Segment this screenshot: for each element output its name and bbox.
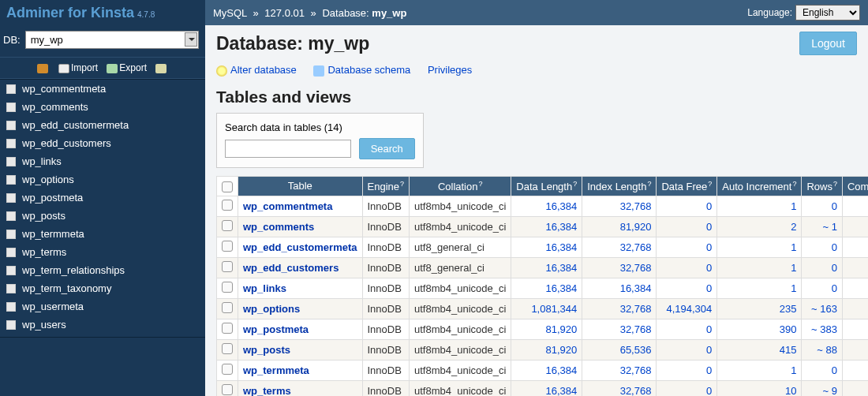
table-icon	[6, 103, 16, 112]
cell-data-free: 0	[657, 319, 717, 339]
table-icon	[6, 175, 16, 185]
cell-engine: InnoDB	[362, 216, 410, 237]
sidebar-table-link[interactable]: wp_options	[22, 174, 74, 185]
import-link[interactable]: Import	[58, 62, 98, 73]
checkbox-icon	[222, 181, 233, 192]
row-select[interactable]	[217, 257, 238, 278]
row-select[interactable]	[217, 216, 238, 237]
search-panel: Search data in tables (14) Search	[216, 113, 424, 168]
sidebar-table-link[interactable]: wp_comments	[22, 101, 88, 113]
sidebar-table-item: wp_term_relationships	[0, 261, 205, 279]
cell-table: wp_comments	[238, 216, 363, 237]
cell-engine: InnoDB	[362, 339, 410, 360]
cell-collation: utf8_general_ci	[410, 257, 511, 278]
col-data-free[interactable]: Data Free?	[657, 176, 717, 196]
cell-data-length: 81,920	[511, 339, 582, 360]
row-select[interactable]	[217, 298, 238, 319]
search-button[interactable]: Search	[359, 138, 415, 159]
cell-auto-increment: 2	[717, 216, 802, 237]
table-link[interactable]: wp_edd_customers	[243, 262, 339, 274]
breadcrumb-engine[interactable]: MySQL	[213, 7, 247, 19]
table-row: wp_edd_customermetaInnoDButf8_general_ci…	[217, 237, 869, 257]
table-icon	[6, 248, 16, 257]
sidebar-table-item: wp_commentmeta	[0, 80, 205, 98]
row-select[interactable]	[217, 319, 238, 339]
sidebar-tools: Import Export	[0, 57, 205, 79]
col-data-length[interactable]: Data Length?	[511, 176, 582, 196]
cell-auto-increment: 1	[717, 196, 802, 216]
cell-collation: utf8mb4_unicode_ci	[410, 360, 511, 380]
col-engine[interactable]: Engine?	[362, 176, 410, 196]
row-select[interactable]	[217, 237, 238, 257]
cell-auto-increment: 415	[717, 339, 802, 360]
table-link[interactable]: wp_posts	[243, 344, 290, 356]
db-select-value: my_wp	[25, 31, 199, 49]
cell-data-length: 1,081,344	[511, 298, 582, 319]
row-select[interactable]	[217, 339, 238, 360]
col-table[interactable]: Table	[238, 176, 363, 196]
cell-data-free: 0	[657, 380, 717, 396]
col-rows[interactable]: Rows?	[802, 176, 843, 196]
alter-database-link[interactable]: Alter database	[216, 64, 297, 76]
table-link[interactable]: wp_terms	[243, 385, 291, 396]
language-selector: Language: English	[747, 5, 860, 21]
table-link[interactable]: wp_commentmeta	[243, 200, 332, 212]
logout-button[interactable]: Logout	[799, 32, 857, 55]
table-link[interactable]: wp_links	[243, 282, 286, 294]
sidebar-table-link[interactable]: wp_edd_customers	[22, 137, 111, 149]
db-select[interactable]: my_wp	[25, 31, 199, 49]
table-link[interactable]: wp_comments	[243, 221, 314, 233]
row-select[interactable]	[217, 380, 238, 396]
sidebar-table-link[interactable]: wp_usermeta	[22, 301, 84, 312]
cell-index-length: 32,768	[582, 319, 657, 339]
cell-data-free: 0	[657, 278, 717, 298]
select-all-header[interactable]	[217, 176, 238, 196]
col-auto-increment[interactable]: Auto Increment?	[717, 176, 802, 196]
table-link[interactable]: wp_termmeta	[243, 364, 309, 376]
cell-comment	[842, 360, 868, 380]
page-actions: Alter database Database schema Privilege…	[216, 64, 857, 77]
privileges-link[interactable]: Privileges	[428, 64, 472, 76]
row-select[interactable]	[217, 196, 238, 216]
database-schema-link[interactable]: Database schema	[313, 64, 410, 76]
sidebar-table-link[interactable]: wp_term_relationships	[22, 264, 125, 276]
create-link[interactable]	[155, 62, 168, 73]
table-row: wp_edd_customersInnoDButf8_general_ci16,…	[217, 257, 869, 278]
sidebar-table-link[interactable]: wp_termmeta	[22, 228, 84, 240]
sidebar-table-link[interactable]: wp_posts	[22, 210, 65, 222]
col-index-length[interactable]: Index Length?	[582, 176, 657, 196]
sql-link[interactable]	[37, 62, 50, 73]
tables-grid: Table Engine? Collation? Data Length? In…	[216, 176, 868, 396]
col-collation[interactable]: Collation?	[410, 176, 511, 196]
import-icon	[58, 64, 69, 73]
table-icon	[6, 157, 16, 166]
sidebar-table-link[interactable]: wp_commentmeta	[22, 83, 106, 95]
row-select[interactable]	[217, 278, 238, 298]
search-input[interactable]	[225, 140, 351, 158]
logo-name: Adminer for Kinsta	[6, 5, 134, 21]
table-link[interactable]: wp_options	[243, 303, 300, 315]
checkbox-icon	[222, 364, 233, 375]
cell-data-free: 0	[657, 257, 717, 278]
table-row: wp_termmetaInnoDButf8mb4_unicode_ci16,38…	[217, 360, 869, 380]
logo[interactable]: Adminer for Kinsta4.7.8	[0, 0, 205, 26]
export-link[interactable]: Export	[107, 62, 147, 73]
table-link[interactable]: wp_postmeta	[243, 323, 309, 335]
col-comment[interactable]: Comment?	[842, 176, 868, 196]
language-select[interactable]: English	[795, 5, 860, 21]
row-select[interactable]	[217, 360, 238, 380]
checkbox-icon	[222, 282, 233, 293]
sidebar-table-link[interactable]: wp_edd_customermeta	[22, 119, 129, 131]
cell-engine: InnoDB	[362, 319, 410, 339]
cell-table: wp_options	[238, 298, 363, 319]
breadcrumb-host[interactable]: 127.0.01	[264, 7, 305, 19]
sidebar-table-link[interactable]: wp_postmeta	[22, 192, 83, 204]
sidebar-table-link[interactable]: wp_term_taxonomy	[22, 282, 111, 294]
sidebar-table-link[interactable]: wp_users	[22, 319, 66, 331]
cell-table: wp_edd_customers	[238, 257, 363, 278]
sidebar-table-link[interactable]: wp_terms	[22, 246, 66, 258]
table-link[interactable]: wp_edd_customermeta	[243, 241, 357, 253]
sidebar-table-link[interactable]: wp_links	[22, 155, 62, 167]
cell-index-length: 32,768	[582, 237, 657, 257]
cell-rows: ~ 1	[802, 216, 843, 237]
